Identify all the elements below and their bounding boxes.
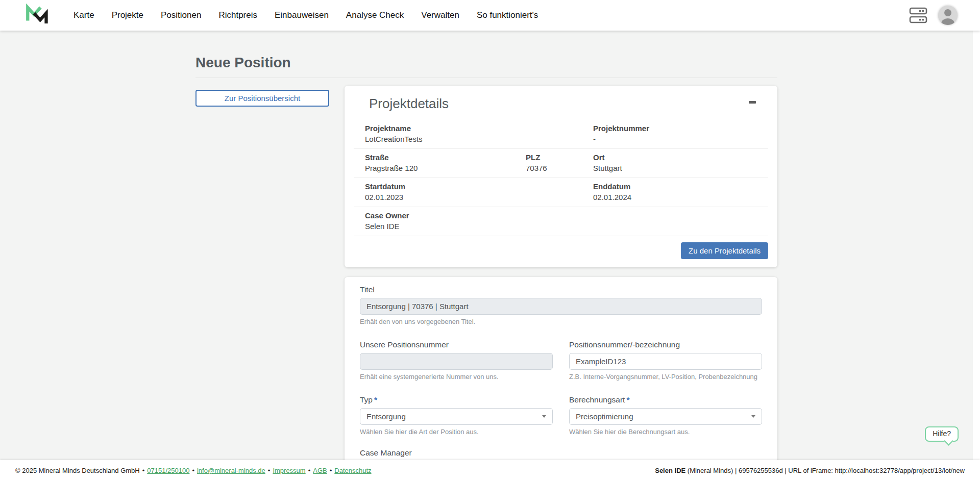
new-position-form-card: Titel Erhält den von uns vorgegebenen Ti… <box>345 277 777 460</box>
mineral-minds-logo-icon[interactable] <box>24 4 48 27</box>
collapse-card-button[interactable] <box>746 96 759 109</box>
main-nav: Karte Projekte Positionen Richtpreis Ein… <box>74 10 538 20</box>
berechnungsart-select[interactable]: Preisoptimierung <box>569 408 762 425</box>
field-value: 02.01.2024 <box>593 193 768 202</box>
required-asterisk: * <box>374 395 377 404</box>
nav-item-richtpreis[interactable]: Richtpreis <box>218 10 257 20</box>
left-column: Zur Positionsübersicht <box>195 86 329 107</box>
nav-item-einbauweisen[interactable]: Einbauweisen <box>275 10 329 20</box>
field-label: PLZ <box>526 153 593 162</box>
positionsnummer-helper: Z.B. Interne-Vorgangsnummer, LV-Position… <box>569 373 762 381</box>
field-value: - <box>593 135 768 144</box>
field-case-owner: Case Owner Selen IDE <box>365 211 593 231</box>
titel-group: Titel Erhält den von uns vorgegebenen Ti… <box>360 285 762 326</box>
avatar-shoulders <box>941 18 954 25</box>
field-label: Ort <box>593 153 768 162</box>
berechnungsart-select-value: Preisoptimierung <box>576 412 633 421</box>
unsere-positionsnummer-label: Unsere Positionsnummer <box>360 340 553 349</box>
nav-item-projekte[interactable]: Projekte <box>112 10 143 20</box>
typ-helper: Wählen Sie hier die Art der Position aus… <box>360 428 553 436</box>
nav-item-analyse-check[interactable]: Analyse Check <box>346 10 404 20</box>
required-asterisk: * <box>626 395 629 404</box>
project-card-title: Projektdetails <box>369 96 449 112</box>
unsere-positionsnummer-helper: Erhält eine systemgenerierte Nummer von … <box>360 373 553 381</box>
footer-link-impressum[interactable]: Impressum <box>273 467 305 474</box>
positionsnummer-label: Positionsnummer/-bezeichnung <box>569 340 762 349</box>
nav-item-karte[interactable]: Karte <box>74 10 94 20</box>
footer-separator: • <box>330 467 332 474</box>
field-label: Projektname <box>365 124 593 133</box>
positionsnummer-input[interactable] <box>569 353 762 370</box>
footer-link-agb[interactable]: AGB <box>313 467 327 474</box>
footer-session-details: (Mineral Minds) | 69576255536d | URL of … <box>685 467 965 474</box>
footer-link-datenschutz[interactable]: Datenschutz <box>334 467 371 474</box>
minus-icon <box>749 101 756 104</box>
project-row-address: Straße Pragstraße 120 PLZ 70376 Ort Stut… <box>354 149 768 178</box>
titel-helper: Erhält den von uns vorgegebenen Titel. <box>360 318 762 326</box>
field-projektnummer: Projektnummer - <box>593 124 768 144</box>
project-row-dates: Startdatum 02.01.2023 Enddatum 02.01.202… <box>354 178 768 207</box>
field-value: 02.01.2023 <box>365 193 593 202</box>
project-details-card: Projektdetails Projektname LotCreationTe… <box>345 86 777 267</box>
nav-item-positionen[interactable]: Positionen <box>161 10 201 20</box>
nav-item-verwalten[interactable]: Verwalten <box>421 10 459 20</box>
footer-session-info: Selen IDE (Mineral Minds) | 69576255536d… <box>655 467 965 474</box>
field-value: Selen IDE <box>365 222 593 231</box>
footer-separator: • <box>268 467 271 474</box>
footer-left: © 2025 Mineral Minds Deutschland GmbH • … <box>15 467 372 474</box>
typ-group: Typ* Entsorgung Wählen Sie hier die Art … <box>360 395 553 436</box>
nav-right-icons <box>909 6 958 25</box>
footer-link-email[interactable]: info@mineral-minds.de <box>197 467 265 474</box>
berechnungsart-group: Berechnungsart* Preisoptimierung Wählen … <box>569 395 762 436</box>
field-value: 70376 <box>526 164 593 173</box>
project-row-name-number: Projektname LotCreationTests Projektnumm… <box>354 120 768 149</box>
typ-label: Typ* <box>360 395 553 404</box>
field-value: Stuttgart <box>593 164 768 173</box>
footer-separator: • <box>308 467 311 474</box>
footer-separator: • <box>192 467 194 474</box>
positionsnummer-group: Positionsnummer/-bezeichnung Z.B. Intern… <box>569 340 762 381</box>
unsere-positionsnummer-input <box>360 353 553 370</box>
footer-copyright: © 2025 Mineral Minds Deutschland GmbH <box>15 467 140 474</box>
vertical-scrollbar[interactable] <box>973 31 980 460</box>
footer-separator: • <box>142 467 145 474</box>
right-column: Projektdetails Projektname LotCreationTe… <box>345 86 777 460</box>
field-label: Projektnummer <box>593 124 768 133</box>
field-projektname: Projektname LotCreationTests <box>365 124 593 144</box>
field-label: Case Owner <box>365 211 593 220</box>
go-to-project-details-button[interactable]: Zu den Projektdetails <box>681 242 768 259</box>
user-avatar-icon[interactable] <box>938 6 958 25</box>
typ-label-text: Typ <box>360 395 373 404</box>
field-enddatum: Enddatum 02.01.2024 <box>593 182 768 202</box>
field-strasse: Straße Pragstraße 120 <box>365 153 526 173</box>
titel-label: Titel <box>360 285 762 294</box>
typ-select-value: Entsorgung <box>366 412 406 421</box>
server-icon[interactable] <box>909 6 928 24</box>
case-manager-group: Case Manager <box>360 448 553 460</box>
page-content: Neue Position Zur Positionsübersicht Pro… <box>0 31 973 460</box>
field-label: Startdatum <box>365 182 593 191</box>
footer: © 2025 Mineral Minds Deutschland GmbH • … <box>0 460 980 481</box>
berechnungsart-label: Berechnungsart* <box>569 395 762 404</box>
berechnungsart-helper: Wählen Sie hier die Berechnungsart aus. <box>569 428 762 436</box>
field-label: Enddatum <box>593 182 768 191</box>
title-divider <box>195 78 777 78</box>
back-to-positions-button[interactable]: Zur Positionsübersicht <box>195 90 329 107</box>
unsere-positionsnummer-group: Unsere Positionsnummer Erhält eine syste… <box>360 340 553 381</box>
footer-user-name: Selen IDE <box>655 467 685 474</box>
field-plz: PLZ 70376 <box>526 153 593 173</box>
case-manager-label: Case Manager <box>360 448 553 458</box>
typ-select[interactable]: Entsorgung <box>360 408 553 425</box>
field-value: Pragstraße 120 <box>365 164 526 173</box>
titel-input <box>360 298 762 315</box>
chevron-down-icon <box>751 415 755 418</box>
help-button[interactable]: Hilfe? <box>925 426 959 442</box>
page-title: Neue Position <box>195 54 777 71</box>
avatar-head <box>944 9 951 16</box>
footer-link-phone[interactable]: 07151/250100 <box>147 467 189 474</box>
field-value: LotCreationTests <box>365 135 593 144</box>
field-startdatum: Startdatum 02.01.2023 <box>365 182 593 202</box>
top-navbar: Karte Projekte Positionen Richtpreis Ein… <box>0 0 980 31</box>
nav-item-so-funktionierts[interactable]: So funktioniert's <box>477 10 538 20</box>
field-ort: Ort Stuttgart <box>593 153 768 173</box>
